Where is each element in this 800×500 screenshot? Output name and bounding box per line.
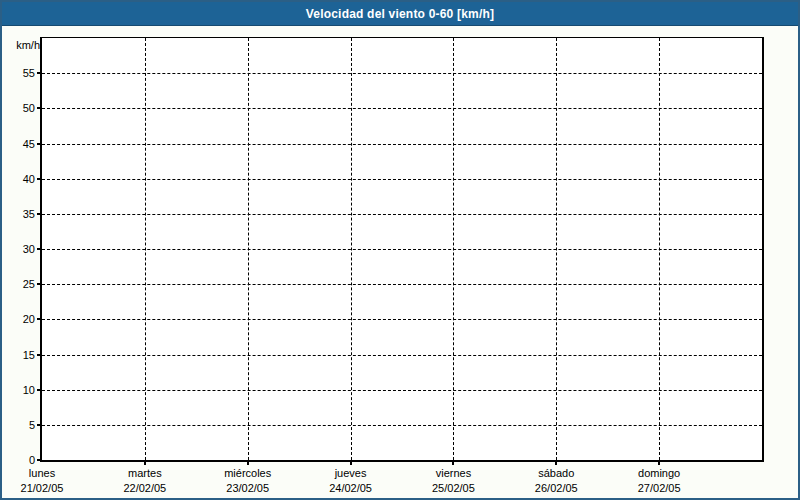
y-tick-label: 45 — [0, 138, 35, 150]
y-tick-mark — [37, 283, 40, 285]
y-tick-mark — [37, 389, 40, 391]
plot-area — [40, 37, 764, 462]
y-tick-mark — [37, 143, 40, 145]
x-day-date: 24/02/05 — [299, 481, 403, 496]
gridline-horizontal — [42, 108, 762, 109]
y-axis-unit-label: km/h — [0, 39, 40, 51]
y-tick-label: 10 — [0, 384, 35, 396]
y-tick-label: 40 — [0, 173, 35, 185]
gridline-vertical — [453, 38, 454, 460]
y-tick-mark — [37, 248, 40, 250]
x-tick-mark — [350, 462, 352, 465]
x-day-date: 26/02/05 — [504, 481, 608, 496]
gridline-horizontal — [42, 390, 762, 391]
y-tick-mark — [37, 459, 40, 461]
x-day-name: miércoles — [196, 466, 300, 481]
x-day-label: sábado26/02/05 — [504, 466, 608, 496]
y-tick-mark — [37, 72, 40, 74]
x-day-label: viernes25/02/05 — [401, 466, 505, 496]
x-tick-mark — [247, 462, 249, 465]
x-day-name: martes — [93, 466, 197, 481]
x-day-name: jueves — [299, 466, 403, 481]
gridline-vertical — [248, 38, 249, 460]
gridline-horizontal — [42, 179, 762, 180]
y-tick-label: 5 — [0, 419, 35, 431]
chart-title-bar: Velocidad del viento 0-60 [km/h] — [2, 2, 798, 26]
gridline-horizontal — [42, 144, 762, 145]
y-tick-mark — [37, 424, 40, 426]
x-tick-mark — [452, 462, 454, 465]
x-day-name: lunes — [0, 466, 94, 481]
gridline-vertical — [659, 38, 660, 460]
gridline-horizontal — [42, 425, 762, 426]
x-day-label: domingo27/02/05 — [607, 466, 711, 496]
gridline-vertical — [145, 38, 146, 460]
y-tick-label: 35 — [0, 208, 35, 220]
y-tick-label: 30 — [0, 243, 35, 255]
x-tick-mark — [144, 462, 146, 465]
x-day-date: 27/02/05 — [607, 481, 711, 496]
y-tick-label: 55 — [0, 67, 35, 79]
wind-speed-chart-window: Velocidad del viento 0-60 [km/h] km/h 05… — [0, 0, 800, 500]
x-day-date: 23/02/05 — [196, 481, 300, 496]
chart-title: Velocidad del viento 0-60 [km/h] — [306, 7, 494, 21]
y-tick-label: 15 — [0, 349, 35, 361]
x-tick-mark — [658, 462, 660, 465]
gridline-vertical — [556, 38, 557, 460]
gridline-horizontal — [42, 249, 762, 250]
y-tick-mark — [37, 178, 40, 180]
x-day-label: jueves24/02/05 — [299, 466, 403, 496]
y-tick-label: 50 — [0, 102, 35, 114]
y-tick-label: 0 — [0, 454, 35, 466]
x-day-name: viernes — [401, 466, 505, 481]
y-tick-label: 20 — [0, 313, 35, 325]
gridline-vertical — [351, 38, 352, 460]
x-day-date: 22/02/05 — [93, 481, 197, 496]
gridline-horizontal — [42, 319, 762, 320]
gridline-horizontal — [42, 284, 762, 285]
x-day-label: lunes21/02/05 — [0, 466, 94, 496]
chart-area: km/h 0510152025303540455055lunes21/02/05… — [0, 0, 800, 500]
x-day-name: sábado — [504, 466, 608, 481]
y-tick-label: 25 — [0, 278, 35, 290]
x-day-label: miércoles23/02/05 — [196, 466, 300, 496]
y-tick-mark — [37, 213, 40, 215]
x-day-name: domingo — [607, 466, 711, 481]
gridline-horizontal — [42, 355, 762, 356]
y-tick-mark — [37, 354, 40, 356]
gridline-horizontal — [42, 73, 762, 74]
x-day-date: 21/02/05 — [0, 481, 94, 496]
y-tick-mark — [37, 318, 40, 320]
gridline-horizontal — [42, 214, 762, 215]
y-tick-mark — [37, 107, 40, 109]
x-tick-mark — [555, 462, 557, 465]
x-day-label: martes22/02/05 — [93, 466, 197, 496]
x-day-date: 25/02/05 — [401, 481, 505, 496]
